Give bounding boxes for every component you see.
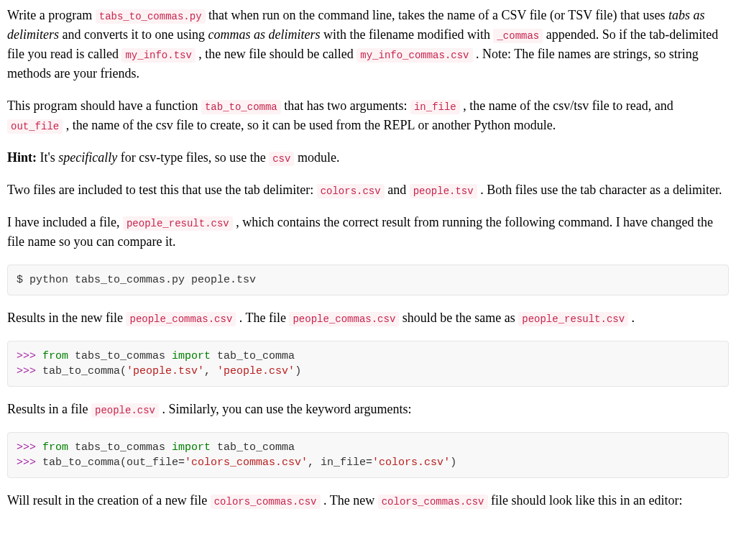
text: file should look like this in an editor: [488, 493, 683, 508]
text: . [628, 311, 635, 325]
text: , the name of the csv file to create, so… [63, 118, 556, 132]
code-argname: out_file [7, 119, 63, 134]
code-filename: people.tsv [410, 184, 477, 198]
italic-text: specifically [58, 150, 117, 165]
code-module: csv [269, 152, 294, 166]
call-text: , in_file= [308, 456, 372, 469]
string-literal: 'people.csv' [217, 365, 295, 377]
code-block-repl-2: >>> from tabs_to_commas import tab_to_co… [7, 432, 729, 478]
text: . Both files use the tab character as a … [477, 183, 722, 197]
string-literal: 'people.tsv' [126, 365, 204, 377]
text: Will result in the creation of a new fil… [7, 493, 211, 508]
code-filename: my_info_commas.csv [356, 48, 472, 63]
text: Two files are included to test this that… [7, 183, 317, 197]
repl-prompt: >>> [17, 365, 42, 377]
text: This program should have a function [7, 98, 201, 113]
text: for csv-type files, so use the [117, 150, 269, 165]
paragraph-result3: Will result in the creation of a new fil… [7, 491, 729, 510]
text: . The new [321, 493, 378, 508]
code-filename: people_result.csv [518, 312, 628, 326]
repl-prompt: >>> [17, 441, 42, 454]
hint-label: Hint: [7, 150, 37, 165]
code-block-repl-1: >>> from tabs_to_commas import tab_to_co… [7, 341, 729, 387]
italic-text: commas as delimiters [208, 27, 320, 42]
code-funcname: tab_to_comma [201, 100, 281, 114]
text: with the filename modified with [320, 27, 493, 42]
text: , the name of the csv/tsv file to read, … [460, 98, 673, 113]
code-filename: my_info.tsv [121, 48, 195, 63]
text: should be the same as [399, 311, 518, 325]
text: , the new file should be called [196, 47, 356, 61]
text: module. [294, 150, 339, 165]
code-filename: people_commas.csv [289, 312, 399, 326]
call-text: ) [450, 456, 456, 469]
text: It's [37, 150, 58, 165]
text: that has two arguments: [281, 98, 410, 113]
module-name: tabs_to_commas [68, 441, 172, 454]
shell-line: $ python tabs_to_commas.py people.tsv [17, 274, 256, 286]
code-block-shell: $ python tabs_to_commas.py people.tsv [7, 265, 729, 295]
paragraph-function: This program should have a function tab_… [7, 96, 729, 135]
text: . The file [236, 311, 289, 325]
call-text: ) [295, 365, 301, 377]
code-filename: tabs_to_commas.py [96, 9, 206, 24]
keyword-from: from [42, 441, 68, 454]
keyword-from: from [42, 350, 68, 362]
text: and [385, 183, 410, 197]
import-name: tab_to_comma [211, 441, 295, 454]
import-name: tab_to_comma [211, 350, 295, 362]
code-filename: people_commas.csv [126, 312, 236, 326]
string-literal: 'colors_commas.csv' [185, 456, 308, 469]
text: Results in a file [7, 402, 91, 416]
text: Results in the new file [7, 311, 126, 325]
paragraph-resultfile: I have included a file, people_result.cs… [7, 213, 729, 252]
string-literal: 'colors.csv' [372, 456, 450, 469]
paragraph-hint: Hint: It's specifically for csv-type fil… [7, 148, 729, 167]
paragraph-intro: Write a program tabs_to_commas.py that w… [7, 6, 729, 83]
module-name: tabs_to_commas [68, 350, 172, 362]
code-argname: in_file [410, 100, 460, 114]
paragraph-testfiles: Two files are included to test this that… [7, 180, 729, 200]
repl-prompt: >>> [17, 350, 42, 362]
text: . Similarly, you can use the keyword arg… [159, 402, 411, 416]
code-filename: people_result.csv [123, 216, 233, 231]
text: Write a program [7, 8, 96, 22]
text: that when run on the command line, takes… [206, 8, 668, 22]
code-filename: people.csv [91, 403, 159, 418]
text: and converts it to one using [59, 27, 208, 42]
call-text: tab_to_comma( [42, 365, 126, 377]
repl-prompt: >>> [17, 456, 42, 469]
code-suffix: _commas [493, 29, 543, 43]
keyword-import: import [172, 350, 211, 362]
call-text: , [204, 365, 217, 377]
code-filename: colors_commas.csv [211, 495, 321, 509]
code-filename: colors_commas.csv [378, 495, 488, 509]
paragraph-result1: Results in the new file people_commas.cs… [7, 308, 729, 328]
text: I have included a file, [7, 215, 123, 229]
paragraph-result2: Results in a file people.csv . Similarly… [7, 400, 729, 419]
keyword-import: import [172, 441, 211, 454]
call-text: tab_to_comma(out_file= [42, 456, 185, 469]
code-filename: colors.csv [317, 184, 385, 198]
